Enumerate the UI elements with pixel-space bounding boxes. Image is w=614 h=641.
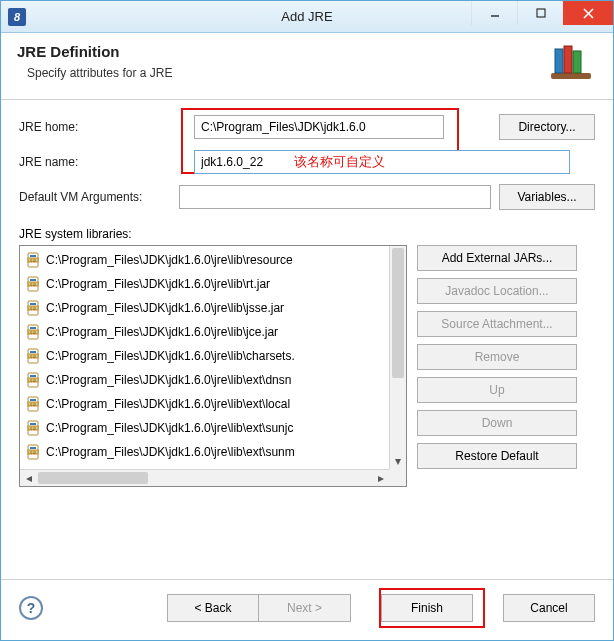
add-external-jars-button[interactable]: Add External JARs... [417, 245, 577, 271]
jar-path: C:\Program_Files\JDK\jdk1.6.0\jre\lib\ex… [46, 397, 290, 411]
finish-button[interactable]: Finish [381, 594, 473, 622]
down-button[interactable]: Down [417, 410, 577, 436]
scroll-left-icon[interactable]: ◂ [20, 470, 37, 486]
scroll-corner [389, 469, 406, 486]
close-icon [583, 8, 594, 19]
scroll-right-icon[interactable]: ▸ [372, 470, 389, 486]
source-attachment-button[interactable]: Source Attachment... [417, 311, 577, 337]
jre-home-label: JRE home: [19, 120, 194, 134]
page-subtitle: Specify attributes for a JRE [27, 66, 172, 80]
svg-text:010: 010 [30, 378, 37, 383]
svg-rect-4 [551, 73, 591, 79]
svg-text:010: 010 [30, 426, 37, 431]
jar-path: C:\Program_Files\JDK\jdk1.6.0\jre\lib\ex… [46, 421, 293, 435]
directory-button[interactable]: Directory... [499, 114, 595, 140]
library-buttons: Add External JARs... Javadoc Location...… [417, 245, 577, 487]
list-item[interactable]: 010C:\Program_Files\JDK\jdk1.6.0\jre\lib… [26, 344, 389, 368]
javadoc-location-button[interactable]: Javadoc Location... [417, 278, 577, 304]
jre-home-input[interactable] [194, 115, 444, 139]
cancel-button[interactable]: Cancel [503, 594, 595, 622]
remove-button[interactable]: Remove [417, 344, 577, 370]
jre-name-label: JRE name: [19, 155, 194, 169]
svg-rect-1 [537, 9, 545, 17]
restore-default-button[interactable]: Restore Default [417, 443, 577, 469]
help-button[interactable]: ? [19, 596, 43, 620]
libraries-listbox[interactable]: 010C:\Program_Files\JDK\jdk1.6.0\jre\lib… [19, 245, 407, 487]
minimize-icon [490, 8, 500, 18]
list-item[interactable]: 010C:\Program_Files\JDK\jdk1.6.0\jre\lib… [26, 272, 389, 296]
list-item[interactable]: 010C:\Program_Files\JDK\jdk1.6.0\jre\lib… [26, 368, 389, 392]
svg-rect-6 [564, 46, 572, 73]
vm-args-label: Default VM Arguments: [19, 190, 179, 204]
up-button[interactable]: Up [417, 377, 577, 403]
library-icon [549, 43, 593, 85]
vm-args-row: Default VM Arguments: Variables... [19, 184, 595, 210]
page-title: JRE Definition [17, 43, 172, 60]
list-item[interactable]: 010C:\Program_Files\JDK\jdk1.6.0\jre\lib… [26, 416, 389, 440]
libraries-label: JRE system libraries: [19, 227, 595, 241]
dialog-footer: ? < Back Next > Finish Cancel [1, 579, 613, 640]
jre-name-input[interactable] [194, 150, 570, 174]
add-jre-dialog: 8 Add JRE JRE Definition Specify attribu… [0, 0, 614, 641]
list-item[interactable]: 010C:\Program_Files\JDK\jdk1.6.0\jre\lib… [26, 392, 389, 416]
list-item[interactable]: 010C:\Program_Files\JDK\jdk1.6.0\jre\lib… [26, 248, 389, 272]
svg-text:010: 010 [30, 354, 37, 359]
svg-text:010: 010 [30, 306, 37, 311]
jar-path: C:\Program_Files\JDK\jdk1.6.0\jre\lib\ch… [46, 349, 295, 363]
close-button[interactable] [563, 1, 613, 25]
vertical-scrollbar[interactable]: ▾ [389, 246, 406, 469]
list-item[interactable]: 010C:\Program_Files\JDK\jdk1.6.0\jre\lib… [26, 440, 389, 464]
maximize-button[interactable] [517, 1, 563, 25]
window-buttons [471, 1, 613, 32]
jre-name-row: JRE name: 该名称可自定义 [19, 149, 595, 175]
libraries-section: JRE system libraries: 010C:\Program_File… [1, 223, 613, 497]
list-item[interactable]: 010C:\Program_Files\JDK\jdk1.6.0\jre\lib… [26, 320, 389, 344]
list-item[interactable]: 010C:\Program_Files\JDK\jdk1.6.0\jre\lib… [26, 296, 389, 320]
jar-path: C:\Program_Files\JDK\jdk1.6.0\jre\lib\ex… [46, 373, 291, 387]
horizontal-scrollbar[interactable]: ◂ ▸ [20, 469, 389, 486]
minimize-button[interactable] [471, 1, 517, 25]
svg-text:010: 010 [30, 258, 37, 263]
dialog-header: JRE Definition Specify attributes for a … [1, 33, 613, 99]
svg-text:010: 010 [30, 450, 37, 455]
svg-text:010: 010 [30, 330, 37, 335]
variables-button[interactable]: Variables... [499, 184, 595, 210]
jar-path: C:\Program_Files\JDK\jdk1.6.0\jre\lib\jc… [46, 325, 278, 339]
svg-rect-5 [555, 49, 563, 73]
back-button[interactable]: < Back [167, 594, 259, 622]
scroll-thumb[interactable] [392, 248, 404, 378]
svg-rect-7 [573, 51, 581, 73]
jar-path: C:\Program_Files\JDK\jdk1.6.0\jre\lib\js… [46, 301, 284, 315]
hscroll-thumb[interactable] [38, 472, 148, 484]
next-button[interactable]: Next > [259, 594, 351, 622]
app-icon: 8 [8, 8, 26, 26]
jar-path: C:\Program_Files\JDK\jdk1.6.0\jre\lib\rt… [46, 277, 270, 291]
svg-text:010: 010 [30, 402, 37, 407]
vm-args-input[interactable] [179, 185, 491, 209]
svg-text:010: 010 [30, 282, 37, 287]
maximize-icon [536, 8, 546, 18]
jar-path: C:\Program_Files\JDK\jdk1.6.0\jre\lib\re… [46, 253, 293, 267]
scroll-down-icon[interactable]: ▾ [390, 452, 406, 469]
jre-home-row: JRE home: Directory... [19, 114, 595, 140]
title-bar: 8 Add JRE [1, 1, 613, 33]
form-area: JRE home: Directory... JRE name: 该名称可自定义… [1, 100, 613, 223]
jar-path: C:\Program_Files\JDK\jdk1.6.0\jre\lib\ex… [46, 445, 295, 459]
